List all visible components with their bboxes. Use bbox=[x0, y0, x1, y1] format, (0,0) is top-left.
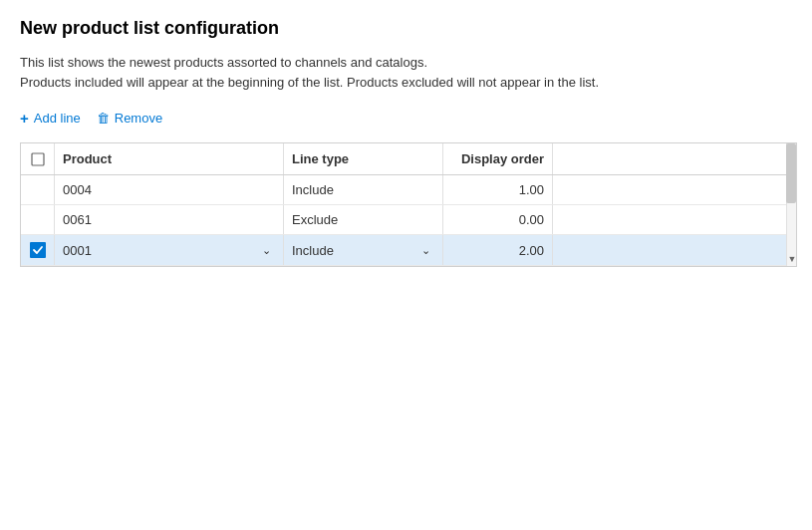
product-search-input[interactable] bbox=[63, 243, 258, 258]
remove-icon: 🗑 bbox=[97, 111, 110, 126]
row2-extra bbox=[553, 205, 796, 234]
table-row[interactable]: 0004 Include 1.00 bbox=[21, 175, 796, 205]
row3-line-type[interactable]: Include ⌄ bbox=[284, 235, 443, 265]
table-scrollbar-track[interactable]: ▲ ▼ bbox=[786, 143, 796, 266]
table-body: 0004 Include 1.00 0061 Exclude 0.00 bbox=[21, 175, 796, 266]
row3-product[interactable]: ⌄ bbox=[55, 235, 284, 265]
row3-check bbox=[21, 235, 55, 265]
scroll-down-arrow[interactable]: ▼ bbox=[787, 252, 797, 266]
row1-extra bbox=[553, 175, 796, 204]
page-container: New product list configuration This list… bbox=[0, 0, 812, 530]
page-title: New product list configuration bbox=[20, 18, 792, 39]
row1-product: 0004 bbox=[55, 175, 284, 204]
row3-extra bbox=[553, 235, 796, 265]
th-check bbox=[21, 143, 55, 174]
active-table-row[interactable]: ⌄ Include ⌄ 2.00 bbox=[21, 235, 796, 266]
product-table: ▲ ▼ Product Line type Display order 0004… bbox=[20, 142, 797, 267]
product-dropdown-chevron[interactable]: ⌄ bbox=[258, 244, 275, 257]
add-icon: + bbox=[20, 110, 29, 127]
row2-product: 0061 bbox=[55, 205, 284, 234]
table-header: Product Line type Display order bbox=[21, 143, 796, 175]
table-scrollbar-thumb[interactable] bbox=[786, 143, 796, 203]
th-empty bbox=[553, 143, 786, 174]
remove-button[interactable]: 🗑 Remove bbox=[97, 107, 162, 130]
row1-line-type: Include bbox=[284, 175, 443, 204]
add-line-label: Add line bbox=[34, 111, 81, 126]
line-type-value: Include bbox=[292, 243, 334, 258]
add-line-button[interactable]: + Add line bbox=[20, 106, 81, 131]
toolbar: + Add line 🗑 Remove bbox=[20, 106, 792, 131]
row2-check bbox=[21, 205, 55, 234]
row1-display-order: 1.00 bbox=[443, 175, 553, 204]
checked-icon bbox=[30, 242, 46, 258]
table-row[interactable]: 0061 Exclude 0.00 bbox=[21, 205, 796, 235]
description: This list shows the newest products asso… bbox=[20, 53, 792, 92]
row1-check bbox=[21, 175, 55, 204]
svg-rect-0 bbox=[32, 153, 44, 165]
line-type-dropdown-chevron[interactable]: ⌄ bbox=[417, 244, 434, 257]
th-product: Product bbox=[55, 143, 284, 174]
row2-display-order: 0.00 bbox=[443, 205, 553, 234]
th-display-order: Display order bbox=[443, 143, 553, 174]
th-line-type: Line type bbox=[284, 143, 443, 174]
row3-display-order: 2.00 bbox=[443, 235, 553, 265]
description-line2: Products included will appear at the beg… bbox=[20, 73, 792, 93]
description-line1: This list shows the newest products asso… bbox=[20, 53, 792, 73]
row2-line-type: Exclude bbox=[284, 205, 443, 234]
remove-label: Remove bbox=[115, 111, 162, 126]
